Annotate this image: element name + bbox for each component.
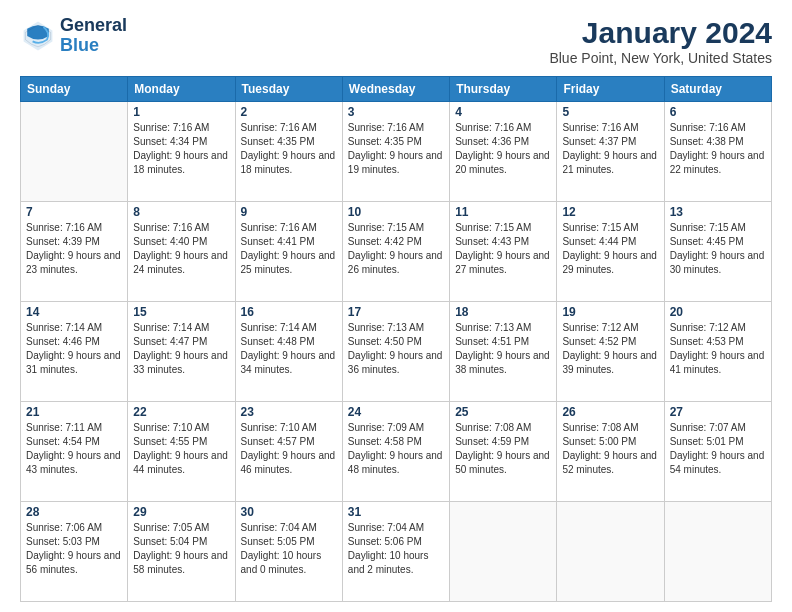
cell-date: 29: [133, 505, 229, 519]
logo-icon: [20, 18, 56, 54]
table-row: 26 Sunrise: 7:08 AMSunset: 5:00 PMDaylig…: [557, 402, 664, 502]
table-row: 21 Sunrise: 7:11 AMSunset: 4:54 PMDaylig…: [21, 402, 128, 502]
table-row: [664, 502, 771, 602]
table-row: 7 Sunrise: 7:16 AMSunset: 4:39 PMDayligh…: [21, 202, 128, 302]
table-row: 18 Sunrise: 7:13 AMSunset: 4:51 PMDaylig…: [450, 302, 557, 402]
cell-info: Sunrise: 7:16 AMSunset: 4:39 PMDaylight:…: [26, 221, 122, 277]
cell-date: 23: [241, 405, 337, 419]
cell-date: 18: [455, 305, 551, 319]
cell-info: Sunrise: 7:16 AMSunset: 4:35 PMDaylight:…: [348, 121, 444, 177]
table-row: 1 Sunrise: 7:16 AMSunset: 4:34 PMDayligh…: [128, 102, 235, 202]
table-row: 31 Sunrise: 7:04 AMSunset: 5:06 PMDaylig…: [342, 502, 449, 602]
table-row: 28 Sunrise: 7:06 AMSunset: 5:03 PMDaylig…: [21, 502, 128, 602]
cell-date: 15: [133, 305, 229, 319]
calendar-week-row: 28 Sunrise: 7:06 AMSunset: 5:03 PMDaylig…: [21, 502, 772, 602]
calendar-title: January 2024: [549, 16, 772, 50]
cell-date: 19: [562, 305, 658, 319]
cell-info: Sunrise: 7:06 AMSunset: 5:03 PMDaylight:…: [26, 521, 122, 577]
cell-date: 9: [241, 205, 337, 219]
cell-date: 14: [26, 305, 122, 319]
cell-date: 20: [670, 305, 766, 319]
cell-info: Sunrise: 7:08 AMSunset: 4:59 PMDaylight:…: [455, 421, 551, 477]
table-row: 20 Sunrise: 7:12 AMSunset: 4:53 PMDaylig…: [664, 302, 771, 402]
calendar-week-row: 21 Sunrise: 7:11 AMSunset: 4:54 PMDaylig…: [21, 402, 772, 502]
cell-date: 13: [670, 205, 766, 219]
col-sunday: Sunday: [21, 77, 128, 102]
table-row: [450, 502, 557, 602]
header: General Blue January 2024 Blue Point, Ne…: [20, 16, 772, 66]
cell-info: Sunrise: 7:16 AMSunset: 4:41 PMDaylight:…: [241, 221, 337, 277]
cell-info: Sunrise: 7:15 AMSunset: 4:43 PMDaylight:…: [455, 221, 551, 277]
cell-info: Sunrise: 7:15 AMSunset: 4:42 PMDaylight:…: [348, 221, 444, 277]
cell-info: Sunrise: 7:12 AMSunset: 4:53 PMDaylight:…: [670, 321, 766, 377]
page: General Blue January 2024 Blue Point, Ne…: [0, 0, 792, 612]
cell-info: Sunrise: 7:15 AMSunset: 4:44 PMDaylight:…: [562, 221, 658, 277]
cell-info: Sunrise: 7:16 AMSunset: 4:37 PMDaylight:…: [562, 121, 658, 177]
cell-date: 22: [133, 405, 229, 419]
cell-date: 8: [133, 205, 229, 219]
cell-info: Sunrise: 7:04 AMSunset: 5:05 PMDaylight:…: [241, 521, 337, 577]
cell-info: Sunrise: 7:10 AMSunset: 4:55 PMDaylight:…: [133, 421, 229, 477]
cell-date: 6: [670, 105, 766, 119]
calendar-week-row: 14 Sunrise: 7:14 AMSunset: 4:46 PMDaylig…: [21, 302, 772, 402]
cell-info: Sunrise: 7:15 AMSunset: 4:45 PMDaylight:…: [670, 221, 766, 277]
cell-info: Sunrise: 7:09 AMSunset: 4:58 PMDaylight:…: [348, 421, 444, 477]
table-row: 17 Sunrise: 7:13 AMSunset: 4:50 PMDaylig…: [342, 302, 449, 402]
cell-date: 25: [455, 405, 551, 419]
table-row: 27 Sunrise: 7:07 AMSunset: 5:01 PMDaylig…: [664, 402, 771, 502]
cell-date: 21: [26, 405, 122, 419]
calendar-table: Sunday Monday Tuesday Wednesday Thursday…: [20, 76, 772, 602]
col-wednesday: Wednesday: [342, 77, 449, 102]
calendar-week-row: 7 Sunrise: 7:16 AMSunset: 4:39 PMDayligh…: [21, 202, 772, 302]
col-saturday: Saturday: [664, 77, 771, 102]
col-monday: Monday: [128, 77, 235, 102]
cell-info: Sunrise: 7:07 AMSunset: 5:01 PMDaylight:…: [670, 421, 766, 477]
table-row: 24 Sunrise: 7:09 AMSunset: 4:58 PMDaylig…: [342, 402, 449, 502]
cell-date: 17: [348, 305, 444, 319]
cell-date: 12: [562, 205, 658, 219]
table-row: 23 Sunrise: 7:10 AMSunset: 4:57 PMDaylig…: [235, 402, 342, 502]
cell-info: Sunrise: 7:14 AMSunset: 4:46 PMDaylight:…: [26, 321, 122, 377]
table-row: 3 Sunrise: 7:16 AMSunset: 4:35 PMDayligh…: [342, 102, 449, 202]
table-row: 25 Sunrise: 7:08 AMSunset: 4:59 PMDaylig…: [450, 402, 557, 502]
cell-date: 27: [670, 405, 766, 419]
cell-info: Sunrise: 7:16 AMSunset: 4:38 PMDaylight:…: [670, 121, 766, 177]
cell-info: Sunrise: 7:08 AMSunset: 5:00 PMDaylight:…: [562, 421, 658, 477]
col-tuesday: Tuesday: [235, 77, 342, 102]
col-friday: Friday: [557, 77, 664, 102]
table-row: 10 Sunrise: 7:15 AMSunset: 4:42 PMDaylig…: [342, 202, 449, 302]
cell-info: Sunrise: 7:12 AMSunset: 4:52 PMDaylight:…: [562, 321, 658, 377]
table-row: 29 Sunrise: 7:05 AMSunset: 5:04 PMDaylig…: [128, 502, 235, 602]
cell-date: 30: [241, 505, 337, 519]
cell-info: Sunrise: 7:04 AMSunset: 5:06 PMDaylight:…: [348, 521, 444, 577]
cell-info: Sunrise: 7:14 AMSunset: 4:48 PMDaylight:…: [241, 321, 337, 377]
cell-date: 31: [348, 505, 444, 519]
table-row: 12 Sunrise: 7:15 AMSunset: 4:44 PMDaylig…: [557, 202, 664, 302]
table-row: 5 Sunrise: 7:16 AMSunset: 4:37 PMDayligh…: [557, 102, 664, 202]
cell-info: Sunrise: 7:10 AMSunset: 4:57 PMDaylight:…: [241, 421, 337, 477]
cell-info: Sunrise: 7:16 AMSunset: 4:36 PMDaylight:…: [455, 121, 551, 177]
cell-date: 28: [26, 505, 122, 519]
cell-date: 3: [348, 105, 444, 119]
cell-date: 26: [562, 405, 658, 419]
cell-info: Sunrise: 7:14 AMSunset: 4:47 PMDaylight:…: [133, 321, 229, 377]
cell-info: Sunrise: 7:13 AMSunset: 4:50 PMDaylight:…: [348, 321, 444, 377]
table-row: 22 Sunrise: 7:10 AMSunset: 4:55 PMDaylig…: [128, 402, 235, 502]
table-row: 2 Sunrise: 7:16 AMSunset: 4:35 PMDayligh…: [235, 102, 342, 202]
cell-date: 4: [455, 105, 551, 119]
table-row: 16 Sunrise: 7:14 AMSunset: 4:48 PMDaylig…: [235, 302, 342, 402]
cell-info: Sunrise: 7:16 AMSunset: 4:34 PMDaylight:…: [133, 121, 229, 177]
table-row: [21, 102, 128, 202]
cell-info: Sunrise: 7:16 AMSunset: 4:35 PMDaylight:…: [241, 121, 337, 177]
cell-date: 5: [562, 105, 658, 119]
table-row: 19 Sunrise: 7:12 AMSunset: 4:52 PMDaylig…: [557, 302, 664, 402]
calendar-subtitle: Blue Point, New York, United States: [549, 50, 772, 66]
table-row: 6 Sunrise: 7:16 AMSunset: 4:38 PMDayligh…: [664, 102, 771, 202]
cell-date: 11: [455, 205, 551, 219]
table-row: 30 Sunrise: 7:04 AMSunset: 5:05 PMDaylig…: [235, 502, 342, 602]
cell-date: 2: [241, 105, 337, 119]
cell-date: 10: [348, 205, 444, 219]
cell-date: 7: [26, 205, 122, 219]
calendar-header-row: Sunday Monday Tuesday Wednesday Thursday…: [21, 77, 772, 102]
title-block: January 2024 Blue Point, New York, Unite…: [549, 16, 772, 66]
